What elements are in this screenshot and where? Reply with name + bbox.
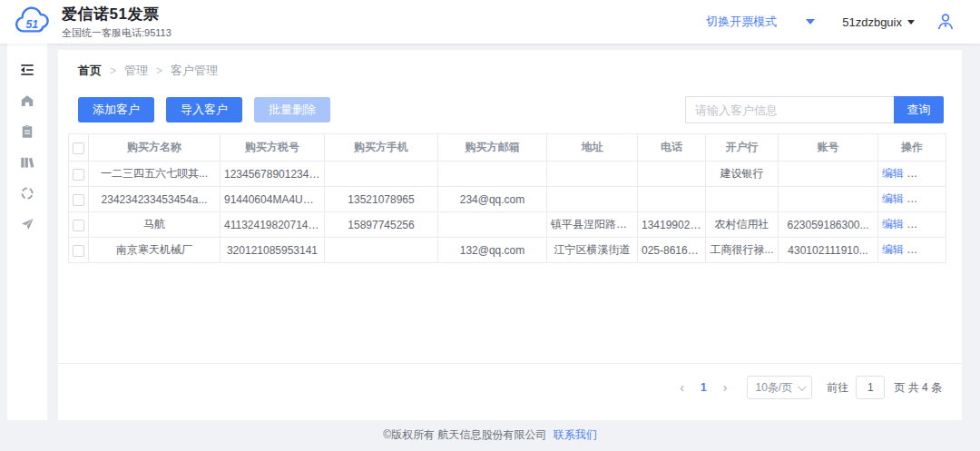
page-size-select[interactable]: 10条/页 [747,376,812,399]
edit-link[interactable]: 编辑 [882,167,904,180]
batch-delete-button[interactable]: 批量删除 [254,97,330,123]
next-page-button[interactable]: › [714,380,737,395]
select-all-checkbox[interactable] [73,142,84,154]
cell-account [779,162,878,187]
table-row: 234234233453454a... 91440604MA4UW9238A 1… [69,187,946,212]
table-row: 马航 41132419820714053901 15897745256 镇平县涅… [69,212,946,238]
sidebar-nav [7,44,47,420]
chevron-down-icon [798,382,807,391]
cell-account [779,187,878,212]
delete-link[interactable]: 删除 [926,192,946,205]
search-button[interactable]: 查询 [894,96,944,123]
table-row: 一二三四五六七呗其... 12345678901234567890 建设银行 编… [69,162,946,187]
cell-address [547,187,638,212]
page-footer: ©版权所有 航天信息股份有限公司 联系我们 [0,427,980,443]
cell-bank [706,187,779,212]
brand-block: 爱信诺51发票 全国统一客服电话:95113 [62,4,172,40]
customer-search-input[interactable] [685,96,894,123]
page-size-label: 10条/页 [755,380,792,396]
cell-email [438,162,547,187]
menu-fold-icon[interactable] [11,54,44,85]
col-telephone: 电话 [638,134,706,162]
cloud-51-logo-icon: 51 [13,6,54,37]
row-checkbox[interactable] [73,169,84,181]
cell-bank: 建设银行 [706,162,779,187]
cell-account: 430102111910... [779,238,878,263]
add-customer-button[interactable]: 添加客户 [78,97,154,123]
delete-link[interactable]: 删除 [926,167,946,180]
row-checkbox[interactable] [73,194,84,206]
cell-telephone [638,162,706,187]
col-buyer-name: 购买方名称 [89,134,220,162]
breadcrumb-customer-management: 客户管理 [171,63,218,79]
cell-address: 镇平县涅阳路东段 [547,212,638,238]
app-title: 爱信诺51发票 [62,4,172,25]
delete-link[interactable]: 删除 [926,218,946,230]
row-checkbox[interactable] [73,245,84,257]
col-email: 购买方邮箱 [438,134,547,162]
mode-dropdown-caret-icon[interactable] [806,19,815,25]
row-checkbox[interactable] [73,220,84,231]
cell-tax-id: 91440604MA4UW9238A [220,187,325,212]
cell-email: 234@qq.com [438,187,547,212]
app: 51 爱信诺51发票 全国统一客服电话:95113 切换开票模式 51zdzbg… [0,0,980,451]
delete-link[interactable]: 删除 [926,243,946,256]
col-tax-id: 购买方税号 [220,134,325,162]
cell-telephone: 025-861600... [638,238,706,263]
goto-page-input[interactable] [856,376,885,399]
total-count-label: 页 共 4 条 [894,380,942,396]
cell-phone-mobile [325,162,438,187]
import-customer-button[interactable]: 导入客户 [166,97,242,123]
sidebar-item-orders[interactable] [11,116,44,147]
breadcrumb: 首页 > 管理 > 客户管理 [78,63,218,79]
cell-tax-id: 41132419820714053901 [220,212,325,238]
customer-table: 购买方名称 购买方税号 购买方手机 购买方邮箱 地址 电话 开户行 账号 操作 [68,133,946,263]
pagination: ‹ 1 › 10条/页 前往 页 共 4 条 [671,374,942,401]
cell-tax-id: 12345678901234567890 [220,162,325,187]
breadcrumb-manage[interactable]: 管理 [124,63,148,79]
switch-invoice-mode-link[interactable]: 切换开票模式 [706,14,777,30]
cell-address: 江宁区横溪街道 [547,238,638,263]
cell-buyer-name: 南京寒天机械厂 [89,238,220,263]
copyright-label: ©版权所有 航天信息股份有限公司 [383,428,546,441]
current-page-button[interactable]: 1 [693,381,714,394]
edit-link[interactable]: 编辑 [882,192,904,205]
svg-text:51: 51 [26,18,39,31]
cell-telephone: 13419902180 [638,212,706,238]
app-subtitle: 全国统一客服电话:95113 [62,26,172,40]
goto-label: 前往 [827,380,848,396]
col-bank: 开户行 [706,134,779,162]
contact-us-link[interactable]: 联系我们 [554,428,597,441]
user-avatar-icon[interactable] [935,11,956,33]
username-label: 51zdzbguix [842,15,902,29]
sidebar-item-aim[interactable] [11,178,44,209]
col-account: 账号 [779,134,878,162]
user-menu[interactable]: 51zdzbguix [842,15,915,29]
table-header-row: 购买方名称 购买方税号 购买方手机 购买方邮箱 地址 电话 开户行 账号 操作 [69,134,946,162]
breadcrumb-home[interactable]: 首页 [78,63,102,79]
cell-tax-id: 320121085953141 [220,238,325,263]
cell-telephone [638,187,706,212]
edit-link[interactable]: 编辑 [882,218,904,230]
top-bar: 51 爱信诺51发票 全国统一客服电话:95113 切换开票模式 51zdzbg… [0,0,980,44]
content-card: 首页 > 管理 > 客户管理 添加客户 导入客户 批量删除 查询 [58,50,962,420]
cell-email: 132@qq.com [438,238,547,263]
edit-link[interactable]: 编辑 [882,243,904,256]
cell-address [547,162,638,187]
prev-page-button[interactable]: ‹ [671,380,693,395]
cell-phone-mobile [325,238,438,263]
breadcrumb-separator: > [156,64,162,77]
sidebar-item-send[interactable] [11,209,44,240]
cell-phone-mobile: 15897745256 [325,212,438,238]
cell-phone-mobile: 13521078965 [325,187,438,212]
cell-account: 623059186300... [779,212,878,238]
col-actions: 操作 [878,134,946,162]
cell-buyer-name: 马航 [89,212,220,238]
toolbar: 添加客户 导入客户 批量删除 查询 [78,96,944,123]
sidebar-item-library[interactable] [11,147,44,178]
breadcrumb-separator: > [110,64,116,77]
cell-buyer-name: 一二三四五六七呗其... [89,162,220,187]
col-phone-mobile: 购买方手机 [325,134,438,162]
cell-bank: 农村信用社 [706,212,779,238]
sidebar-item-home[interactable] [11,85,44,116]
